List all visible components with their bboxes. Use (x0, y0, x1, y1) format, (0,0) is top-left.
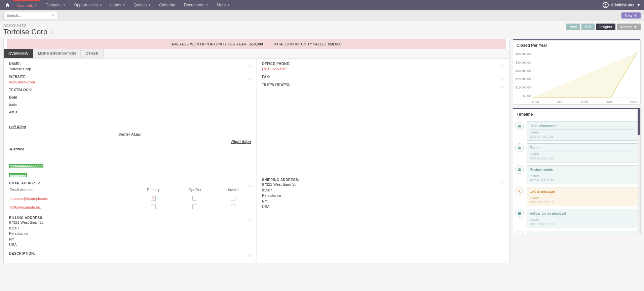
nav-leads[interactable]: Leads▼ (107, 0, 129, 10)
edit-pencil-icon[interactable]: ✎ (248, 254, 251, 258)
favorite-star-icon[interactable]: ☆ (49, 29, 54, 35)
optout-checkbox[interactable] (192, 205, 197, 209)
timeline-title: Follow-up on proposal (530, 211, 635, 215)
nav-opportunities[interactable]: Opportunities▼ (71, 0, 105, 10)
timeline-title: Left a message (530, 189, 635, 193)
tab-other[interactable]: OTHER (81, 49, 104, 58)
calendar-icon (515, 231, 524, 234)
nav-contacts[interactable]: Contacts▼ (42, 0, 69, 10)
new-button-top[interactable]: New▼ (621, 12, 641, 19)
caret-down-icon: ▼ (34, 4, 37, 7)
svg-rect-9 (519, 146, 519, 147)
edit-pencil-icon[interactable]: ✎ (248, 65, 251, 68)
website-link[interactable]: www.hrdev.com (9, 80, 35, 84)
timeline-item[interactable]: DemoCHRIS2022-04-15 16:16 (515, 231, 638, 234)
tab-more-information[interactable]: MORE INFORMATION (33, 49, 81, 58)
field-testwysiwyg: TESTWYSIWYG: ✎ (262, 83, 504, 86)
timeline-title: Initial discussion (530, 124, 635, 128)
tab-overview[interactable]: OVERVIEW (4, 49, 33, 58)
timeline-date: 2023-01-21 10:00 (530, 157, 635, 160)
timeline-item[interactable]: Initial discussionCHRIS2023-01-25 10:46 (515, 121, 638, 141)
timeline-date: 2023-01-25 10:46 (530, 135, 635, 138)
field-email-address: EMAIL ADDRESS: ✎ Email Address Primary O… (9, 181, 251, 212)
panel-timeline: Timeline Initial discussionCHRIS2023-01-… (513, 108, 641, 234)
caret-down-icon: ▼ (227, 4, 230, 7)
edit-pencil-icon[interactable]: ✎ (501, 78, 504, 81)
user-icon (603, 2, 609, 8)
timeline-user: CHRIS (530, 153, 635, 156)
invalid-checkbox[interactable] (231, 196, 235, 201)
field-textblock: TEXTBLOCK: Bold Italic All 3 Left Align … (9, 88, 251, 177)
x-tick-label: 2022 (630, 100, 637, 104)
svg-point-0 (605, 4, 606, 5)
svg-rect-17 (519, 212, 519, 212)
kpi-total-opp: $50,000 (328, 42, 341, 46)
search-icon[interactable] (51, 13, 55, 18)
primary-checkbox[interactable]: ✕ (151, 196, 156, 201)
kpi-bar: AVERAGE WON OPPORTUNITY PER YEAR: $50,00… (7, 39, 506, 49)
svg-rect-11 (518, 147, 521, 148)
address-line: 87321 West Siam St. (9, 220, 251, 225)
edit-pencil-icon[interactable]: ✎ (248, 184, 251, 188)
caret-down-icon: ▼ (63, 4, 66, 7)
y-tick-label: $10,000.00 (515, 86, 531, 89)
caret-down-icon: ▼ (206, 4, 209, 7)
timeline-title: Demo (530, 146, 635, 150)
svg-rect-16 (518, 212, 521, 215)
address-line: 81507 (262, 187, 504, 193)
actions-button[interactable]: Actions▼ (617, 24, 641, 30)
timeline-date: 2023-01-12 00:30 (530, 179, 635, 182)
search-box (3, 12, 57, 19)
svg-rect-15 (518, 169, 521, 170)
home-icon[interactable] (3, 3, 11, 7)
page-title: Tortoise Corp (3, 28, 47, 36)
nav-documents[interactable]: Documents▼ (181, 0, 212, 10)
email-link[interactable]: im.sales@example.edu (10, 196, 48, 201)
svg-rect-14 (520, 168, 521, 169)
timeline-item[interactable]: Review needsCHRIS2023-01-12 00:30 (515, 165, 638, 184)
email-link[interactable]: hr36@example.biz (10, 205, 41, 209)
email-row: hr36@example.biz (10, 203, 250, 211)
optout-checkbox[interactable] (192, 196, 197, 201)
calendar-icon (515, 165, 524, 174)
edit-pencil-icon[interactable]: ✎ (501, 181, 504, 184)
new-button[interactable]: New (566, 24, 580, 30)
edit-pencil-icon[interactable]: ✎ (501, 85, 504, 89)
field-website: WEBSITE: www.hrdev.com ✎ (9, 75, 251, 84)
kpi-avg-won: $50,000 (250, 42, 263, 46)
edit-pencil-icon[interactable]: ✎ (501, 65, 504, 68)
x-tick-label: 2018 (532, 100, 539, 104)
user-menu[interactable]: Administrator ▼ (603, 2, 641, 8)
nav-calendar[interactable]: Calendar (156, 0, 179, 10)
calendar-icon (515, 209, 524, 218)
svg-rect-8 (518, 147, 521, 149)
search-input[interactable] (3, 12, 57, 19)
timeline-user: CHRIS (530, 196, 635, 200)
invalid-checkbox[interactable] (231, 205, 235, 209)
breadcrumb: ACCOUNTS (3, 24, 54, 28)
y-tick-label: $50,000.00 (515, 52, 531, 56)
edit-button[interactable]: Edit (581, 24, 595, 30)
timeline-date: 2022-10-21 06:18 (530, 201, 635, 204)
timeline-item[interactable]: Left a messageCHRIS2022-10-21 06:18 (515, 187, 638, 206)
edit-pencil-icon[interactable]: ✎ (248, 78, 251, 81)
timeline-scrollbar[interactable] (638, 108, 640, 234)
address-line: NY (9, 237, 251, 242)
address-line: 81507 (9, 225, 251, 231)
calendar-icon (515, 121, 524, 130)
field-office-phone: OFFICE PHONE: (781) 822-3782 ✎ (262, 62, 504, 71)
svg-rect-7 (518, 125, 521, 126)
x-tick-label: 2019 (557, 100, 563, 104)
nav-more[interactable]: More▼ (213, 0, 233, 10)
timeline-item[interactable]: Follow-up on proposalCHRIS2022-10-13 12:… (515, 209, 638, 228)
timeline-item[interactable]: DemoCHRIS2023-01-21 10:00 (515, 143, 638, 162)
timeline-scroll-thumb[interactable] (638, 108, 640, 135)
field-shipping-address: SHIPPING ADDRESS: ✎ 87321 West Siam St.8… (262, 178, 504, 210)
address-line: Persistance (262, 193, 504, 198)
nav-quotes[interactable]: Quotes▼ (130, 0, 154, 10)
edit-pencil-icon[interactable]: ✎ (248, 219, 251, 222)
phone-link[interactable]: (781) 822-3782 (262, 67, 287, 71)
insights-button[interactable]: Insights (596, 24, 615, 30)
nav-accounts[interactable]: Accounts▼ (13, 0, 40, 10)
primary-checkbox[interactable] (151, 205, 156, 209)
